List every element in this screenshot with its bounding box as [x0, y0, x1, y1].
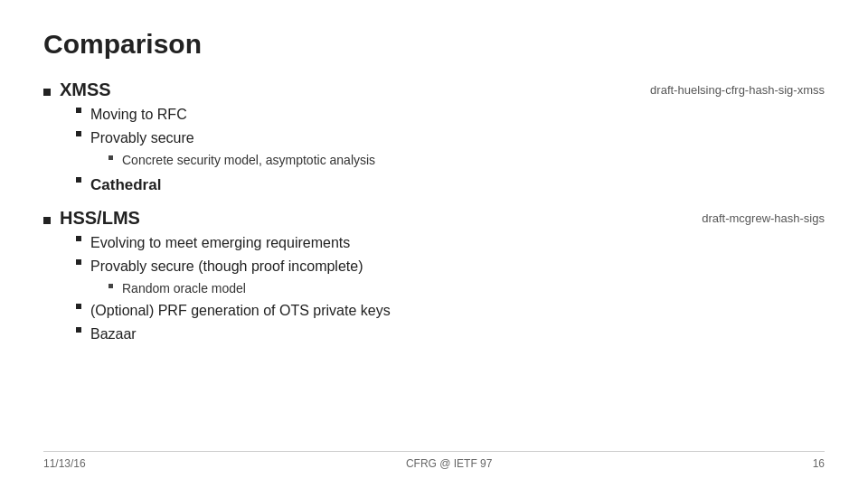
slide-content: XMSS draft-huelsing-cfrg-hash-sig-xmss M…: [43, 80, 825, 463]
random-oracle-bullet-icon: [108, 284, 113, 288]
hss-lms-label: HSS/LMS: [43, 208, 140, 229]
hss-provably-secure: Provably secure (though proof incomplete…: [76, 256, 825, 277]
hss-provably-sub: Random oracle model: [108, 279, 825, 298]
hss-evolving: Evolving to meet emerging requirements: [76, 232, 825, 254]
hss-lms-section-header: HSS/LMS draft-mcgrew-hash-sigs: [43, 208, 825, 229]
footer-date: 11/13/16: [43, 457, 86, 470]
moving-rfc-bullet-icon: [76, 108, 81, 113]
xmss-moving-rfc: Moving to RFC: [76, 104, 825, 126]
xmss-cathedral: Cathedral: [76, 174, 825, 197]
xmss-concrete-security: Concrete security model, asymptotic anal…: [108, 151, 825, 170]
xmss-section-header: XMSS draft-huelsing-cfrg-hash-sig-xmss: [43, 80, 825, 100]
hss-lms-sub-bullets: Evolving to meet emerging requirements P…: [76, 232, 825, 347]
concrete-security-bullet-icon: [108, 155, 113, 160]
hss-bazaar: Bazaar: [76, 324, 825, 345]
hss-provably-bullet-icon: [76, 259, 81, 265]
evolving-bullet-icon: [76, 236, 81, 241]
xmss-label: XMSS: [43, 80, 111, 100]
optional-prf-bullet-icon: [76, 304, 81, 309]
xmss-provably-secure: Provably secure: [76, 127, 825, 149]
footer-center: CFRG @ IETF 97: [406, 457, 493, 470]
provably-secure-bullet-icon: [76, 131, 81, 136]
slide: Comparison XMSS draft-huelsing-cfrg-hash…: [0, 0, 868, 488]
xmss-sub-bullets: Moving to RFC Provably secure Concrete s…: [76, 104, 825, 172]
slide-title: Comparison: [43, 29, 825, 60]
xmss-bullet-icon: [43, 89, 51, 96]
slide-footer: 11/13/16 CFRG @ IETF 97 16: [43, 451, 825, 470]
xmss-provably-sub: Concrete security model, asymptotic anal…: [108, 151, 825, 170]
hss-optional-prf: (Optional) PRF generation of OTS private…: [76, 300, 825, 322]
hss-lms-bullet-icon: [43, 217, 51, 224]
bazaar-bullet-icon: [76, 327, 81, 333]
footer-page-number: 16: [813, 457, 825, 470]
hss-lms-draft-label: draft-mcgrew-hash-sigs: [702, 211, 825, 225]
cathedral-bullet-icon: [76, 177, 81, 183]
xmss-draft-label: draft-huelsing-cfrg-hash-sig-xmss: [650, 83, 825, 97]
hss-random-oracle: Random oracle model: [108, 279, 825, 298]
